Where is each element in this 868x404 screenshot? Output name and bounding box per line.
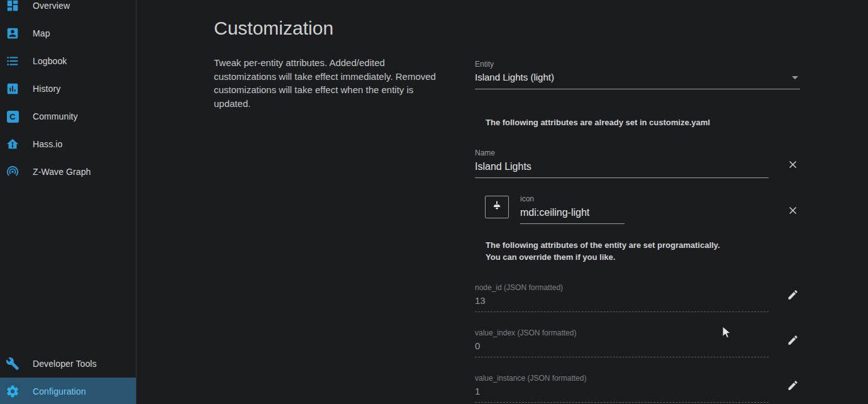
icon-field-value[interactable]: mdi:ceiling-light bbox=[520, 206, 625, 224]
sidebar-item-label: Community bbox=[33, 111, 78, 121]
page-title: Customization bbox=[214, 18, 333, 39]
node-id-label: node_id (JSON formatted) bbox=[475, 283, 800, 292]
gear-icon bbox=[5, 384, 20, 399]
name-field[interactable]: Name Island Lights bbox=[475, 149, 769, 178]
sidebar-item-label: Hass.io bbox=[33, 139, 62, 149]
pencil-icon bbox=[787, 379, 799, 391]
edit-value-instance-button[interactable] bbox=[785, 378, 800, 393]
sidebar-nav-bottom: Developer Tools Configuration bbox=[0, 350, 136, 404]
view-dashboard-icon bbox=[5, 0, 20, 13]
sidebar-item-label: Map bbox=[33, 28, 50, 38]
page-description: Tweak per-entity attributes. Added/edite… bbox=[214, 56, 439, 110]
programmatic-row-value-instance: value_instance (JSON formatted) 1 bbox=[475, 374, 800, 403]
programmatic-header-line2: You can override them if you like. bbox=[486, 252, 800, 264]
sidebar-item-community[interactable]: Community bbox=[0, 103, 136, 130]
chevron-down-icon[interactable] bbox=[792, 76, 798, 79]
logbook-icon bbox=[5, 53, 20, 69]
sidebar-item-developer-tools[interactable]: Developer Tools bbox=[0, 350, 136, 378]
pencil-icon bbox=[787, 289, 799, 301]
value-instance-value: 1 bbox=[475, 385, 769, 403]
mouse-cursor bbox=[722, 326, 733, 340]
edit-value-index-button[interactable] bbox=[785, 332, 800, 347]
sidebar-item-label: Logbook bbox=[33, 56, 67, 66]
sidebar-item-label: Configuration bbox=[33, 386, 86, 396]
icon-field[interactable]: icon mdi:ceiling-light bbox=[520, 194, 625, 224]
zwave-icon bbox=[5, 164, 20, 179]
entity-select[interactable]: Entity Island Lights (light) bbox=[475, 60, 800, 89]
attribute-row-icon: icon mdi:ceiling-light bbox=[475, 194, 800, 224]
name-field-label: Name bbox=[475, 149, 769, 157]
sidebar-item-hassio[interactable]: Hass.io bbox=[0, 130, 136, 158]
name-field-value[interactable]: Island Lights bbox=[475, 160, 769, 178]
community-icon bbox=[5, 109, 20, 124]
sidebar-item-history[interactable]: History bbox=[0, 75, 136, 103]
edit-node-id-button[interactable] bbox=[785, 287, 800, 302]
map-icon bbox=[5, 26, 20, 41]
close-icon bbox=[787, 205, 799, 216]
programmatic-header-line1: The following attributes of the entity a… bbox=[486, 240, 800, 252]
remove-name-button[interactable] bbox=[785, 157, 800, 172]
sidebar-item-label: Z-Wave Graph bbox=[33, 167, 91, 177]
programmatic-attributes-header: The following attributes of the entity a… bbox=[475, 240, 800, 263]
node-id-value: 13 bbox=[475, 295, 769, 312]
value-index-value: 0 bbox=[475, 340, 769, 357]
value-index-label: value_index (JSON formatted) bbox=[475, 328, 800, 337]
sidebar-item-label: History bbox=[33, 84, 60, 94]
sidebar-item-overview[interactable]: Overview bbox=[0, 0, 136, 20]
ceiling-light-icon bbox=[485, 196, 509, 218]
sidebar-item-map[interactable]: Map bbox=[0, 20, 136, 47]
sidebar-nav-top: Overview Map Logbook History Community bbox=[0, 0, 136, 186]
entity-value[interactable]: Island Lights (light) bbox=[475, 71, 800, 89]
sidebar-item-logbook[interactable]: Logbook bbox=[0, 47, 136, 75]
sidebar-item-label: Overview bbox=[33, 1, 70, 11]
close-icon bbox=[787, 159, 799, 171]
history-icon bbox=[5, 81, 20, 96]
hassio-icon bbox=[5, 137, 20, 152]
sidebar-item-zwave-graph[interactable]: Z-Wave Graph bbox=[0, 158, 136, 186]
programmatic-row-node-id: node_id (JSON formatted) 13 bbox=[475, 283, 800, 312]
wrench-icon bbox=[5, 356, 20, 371]
customization-form: Entity Island Lights (light) The followi… bbox=[475, 60, 800, 403]
sidebar-item-label: Developer Tools bbox=[33, 359, 97, 369]
attribute-row-name: Name Island Lights bbox=[475, 149, 800, 178]
entity-label: Entity bbox=[475, 60, 800, 69]
sidebar: Overview Map Logbook History Community bbox=[0, 0, 136, 404]
programmatic-row-value-index: value_index (JSON formatted) 0 bbox=[475, 328, 800, 357]
pencil-icon bbox=[787, 334, 799, 346]
sidebar-item-configuration[interactable]: Configuration bbox=[0, 378, 136, 404]
value-instance-label: value_instance (JSON formatted) bbox=[475, 374, 800, 383]
yaml-attributes-header: The following attributes are already set… bbox=[475, 118, 800, 127]
icon-field-label: icon bbox=[520, 194, 625, 203]
remove-icon-button[interactable] bbox=[785, 203, 800, 218]
